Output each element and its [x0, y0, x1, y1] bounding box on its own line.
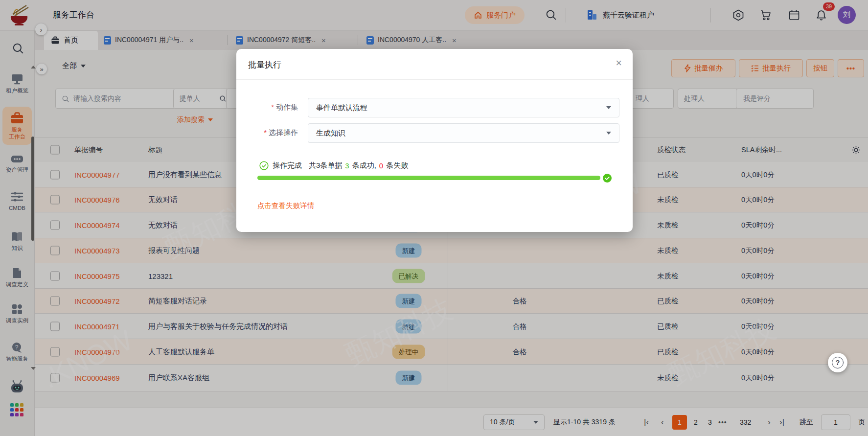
result-success-count: 3: [345, 161, 349, 170]
chevron-down-icon: [606, 132, 611, 135]
operation-result-status: 操作完成 共3条单据 3 条成功, 0 条失败: [259, 161, 408, 170]
divider: [236, 79, 633, 80]
result-total-text: 共3条单据: [309, 161, 342, 170]
action-set-label: *动作集: [236, 103, 298, 112]
operation-label-text: 选择操作: [269, 128, 298, 137]
chevron-down-icon: [606, 106, 611, 109]
view-failure-details-link[interactable]: 点击查看失败详情: [257, 201, 314, 210]
progress-complete-check-icon: [603, 174, 612, 183]
modal-title: 批量执行: [248, 59, 281, 70]
result-done-text: 操作完成: [273, 161, 302, 170]
operation-label: *选择操作: [236, 128, 298, 138]
result-fail-suffix: 条失败: [386, 161, 408, 170]
action-set-label-text: 动作集: [276, 103, 298, 111]
batch-execute-modal: 批量执行 × *动作集 事件单默认流程 *选择操作 生成知识 操作完成 共3条单…: [236, 49, 633, 232]
action-set-select[interactable]: 事件单默认流程: [308, 98, 619, 117]
app-window: .KNOW 甄知科技 甄知科技 甄知科技 .KNOW 甄知科技 .KNOW 服务…: [0, 0, 868, 436]
required-asterisk: *: [271, 103, 274, 111]
success-check-circle-icon: [259, 161, 269, 170]
progress-bar: [257, 176, 600, 180]
operation-select[interactable]: 生成知识: [308, 123, 619, 143]
modal-close-icon[interactable]: ×: [616, 58, 622, 69]
result-success-suffix: 条成功,: [352, 161, 376, 170]
required-asterisk: *: [264, 128, 267, 137]
action-set-value: 事件单默认流程: [316, 103, 367, 113]
result-fail-count: 0: [379, 161, 383, 170]
help-button[interactable]: ?: [828, 353, 847, 372]
question-mark-icon: ?: [832, 357, 844, 368]
operation-value: 生成知识: [316, 129, 345, 138]
